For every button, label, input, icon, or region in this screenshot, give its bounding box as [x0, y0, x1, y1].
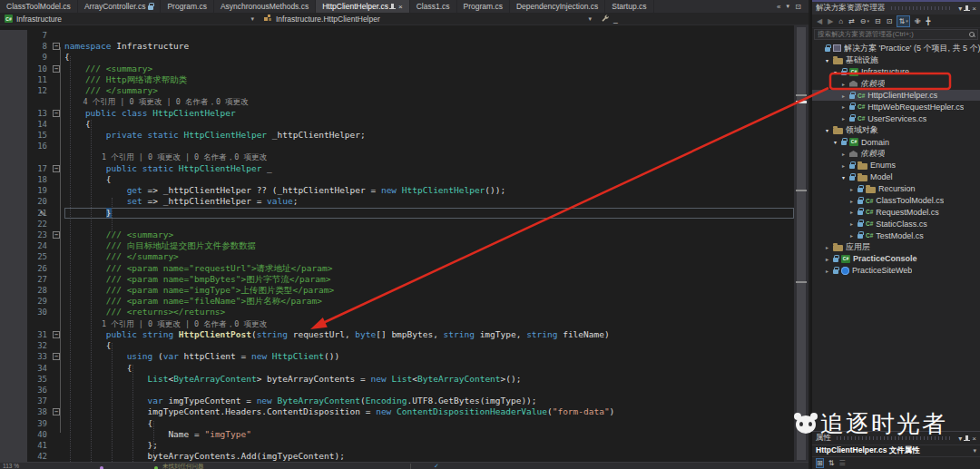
tree-item[interactable]: ▸C#ClassToolModel.cs: [812, 195, 980, 207]
collapse-arrow-icon[interactable]: ▾: [824, 127, 830, 133]
categorized-icon[interactable]: ⊞: [816, 458, 824, 468]
codelens-row[interactable]: 4 个引用 | 0 项更改 | 0 名作者，0 项更改: [0, 96, 794, 107]
vertical-scrollbar[interactable]: [794, 25, 808, 462]
fold-margin[interactable]: [51, 418, 64, 429]
code-line-41[interactable]: 41 };: [0, 440, 794, 451]
fold-margin[interactable]: [51, 96, 64, 107]
code-line-30[interactable]: 30 /// <returns></returns>: [0, 307, 794, 318]
code-line-12[interactable]: 12 /// </summary>: [0, 85, 794, 96]
code-line-25[interactable]: 25 /// </summary>: [0, 251, 794, 262]
add-item-icon[interactable]: ╋: [925, 16, 931, 26]
glyph-margin[interactable]: [0, 163, 27, 174]
code-line-22[interactable]: 22: [0, 219, 794, 230]
tree-item[interactable]: ▾Model: [812, 171, 980, 183]
fold-margin[interactable]: −: [51, 406, 64, 417]
code-line-24[interactable]: 24 /// 向目标地址提交图片文件参数数据: [0, 240, 794, 251]
glyph-margin[interactable]: [0, 151, 27, 162]
properties-window-icon[interactable]: ⊡: [886, 16, 894, 26]
tree-item[interactable]: ▸Enums: [812, 160, 980, 171]
glyph-margin[interactable]: [0, 351, 27, 362]
fold-margin[interactable]: [51, 130, 64, 141]
expand-arrow-icon[interactable]: ▸: [848, 209, 855, 215]
glyph-margin[interactable]: [0, 96, 27, 107]
expand-arrow-icon[interactable]: ▸: [840, 93, 847, 99]
document-tab[interactable]: Program.cs: [161, 0, 213, 13]
collapse-arrow-icon[interactable]: ▾: [824, 57, 830, 64]
document-tab[interactable]: AsynchronousMethods.cs: [214, 0, 316, 13]
glyph-margin[interactable]: [0, 318, 27, 329]
tree-item[interactable]: ▸PracticeSiteWeb: [812, 265, 980, 277]
glyph-margin[interactable]: [0, 285, 27, 296]
fold-margin[interactable]: [51, 240, 64, 251]
code-line-9[interactable]: 9{: [0, 52, 794, 63]
fold-collapse-icon[interactable]: −: [53, 408, 60, 415]
glyph-margin[interactable]: [0, 251, 27, 262]
tree-item[interactable]: ▸C#PracticeConsole: [812, 253, 980, 265]
tree-item[interactable]: ▸C#HttpWebRequestHepler.cs: [812, 101, 980, 112]
tree-item[interactable]: ▸C#StaticClass.cs: [812, 218, 980, 230]
property-pages-icon[interactable]: ☰: [838, 459, 845, 467]
fold-margin[interactable]: [51, 174, 64, 185]
code-line-39[interactable]: 39 {: [0, 418, 794, 429]
glyph-margin[interactable]: [0, 240, 27, 251]
collapse-arrow-icon[interactable]: ▾: [840, 174, 847, 181]
tree-item[interactable]: ▸C#RequestModel.cs: [812, 206, 980, 218]
fold-margin[interactable]: [51, 263, 64, 274]
fold-collapse-icon[interactable]: −: [53, 165, 60, 172]
fold-margin[interactable]: −: [51, 108, 64, 119]
code-line-38[interactable]: 38− imgTypeContent.Headers.ContentDispos…: [0, 406, 794, 417]
document-tab[interactable]: Startup.cs: [605, 0, 653, 13]
search-icon[interactable]: [969, 32, 975, 37]
document-tab[interactable]: Program.cs: [457, 0, 510, 13]
code-line-31[interactable]: 31− public string HttpClientPost(string …: [0, 329, 794, 340]
fold-margin[interactable]: [51, 74, 64, 85]
window-position-icon[interactable]: ▾: [958, 435, 962, 443]
expand-arrow-icon[interactable]: ▸: [840, 115, 847, 122]
expand-arrow-icon[interactable]: ▸: [840, 162, 847, 169]
code-line-27[interactable]: 27 /// <param name="bmpBytes">图片字节流</par…: [0, 274, 794, 285]
fold-margin[interactable]: [51, 30, 64, 41]
pin-icon[interactable]: [391, 4, 394, 9]
code-line-14[interactable]: 14 {: [0, 119, 794, 130]
health-indicator-icon[interactable]: [154, 464, 158, 469]
fold-collapse-icon[interactable]: −: [53, 43, 60, 50]
glyph-margin[interactable]: [0, 274, 27, 285]
expand-arrow-icon[interactable]: ▸: [824, 268, 830, 274]
fold-collapse-icon[interactable]: −: [53, 331, 60, 338]
glyph-margin[interactable]: [0, 64, 27, 74]
fold-margin[interactable]: [51, 451, 64, 462]
fold-margin[interactable]: [51, 307, 64, 318]
glyph-margin[interactable]: [0, 85, 27, 96]
expand-arrow-icon[interactable]: ▸: [840, 151, 847, 157]
type-dropdown[interactable]: Infrastructure.HttpClientHelper ▾: [259, 13, 596, 24]
switch-views-icon[interactable]: ⇄: [848, 16, 856, 26]
scroll-tabs-icon[interactable]: «: [777, 3, 780, 11]
glyph-margin[interactable]: [0, 263, 27, 274]
fold-margin[interactable]: −: [51, 64, 64, 74]
fold-margin[interactable]: [51, 340, 64, 351]
glyph-margin[interactable]: [0, 74, 27, 85]
code-line-21[interactable]: 21✎ }: [0, 208, 794, 219]
fold-margin[interactable]: [51, 296, 64, 307]
code-line-13[interactable]: 13− public class HttpClientHelper: [0, 108, 794, 119]
fold-margin[interactable]: [51, 85, 64, 96]
glyph-margin[interactable]: [0, 196, 27, 207]
code-line-18[interactable]: 18 {: [0, 174, 794, 185]
fold-margin[interactable]: [51, 363, 64, 374]
glyph-margin[interactable]: [0, 329, 27, 340]
close-icon[interactable]: ×: [972, 435, 976, 443]
fold-collapse-icon[interactable]: −: [53, 353, 60, 360]
scrollbar-thumb[interactable]: [797, 27, 806, 460]
glyph-margin[interactable]: [0, 374, 27, 385]
fold-margin[interactable]: −: [51, 329, 64, 340]
glyph-margin[interactable]: [0, 185, 27, 196]
fold-margin[interactable]: −: [51, 163, 64, 174]
code-line-34[interactable]: 34 {: [0, 363, 794, 374]
fold-collapse-icon[interactable]: −: [53, 65, 60, 73]
fold-margin[interactable]: [51, 151, 64, 162]
code-line-23[interactable]: 23− /// <summary>: [0, 230, 794, 240]
tree-item[interactable]: ▾基础设施: [812, 54, 980, 66]
chevron-down-icon[interactable]: ▾: [973, 447, 976, 454]
pending-changes-filter-icon[interactable]: ⊖▾: [859, 16, 870, 26]
glyph-margin[interactable]: [0, 440, 27, 451]
